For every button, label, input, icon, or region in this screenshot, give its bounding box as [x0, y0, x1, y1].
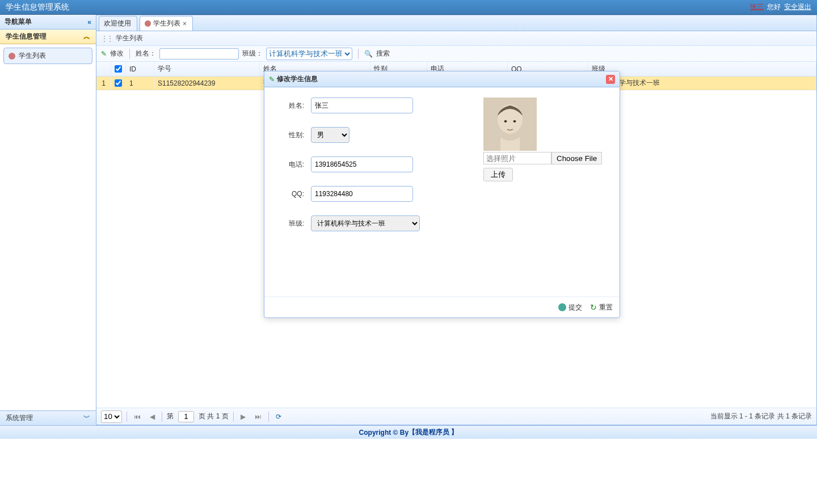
choose-file-button[interactable]: Choose File: [551, 152, 602, 164]
filter-class-label: 班级：: [242, 49, 263, 58]
filter-name-label: 姓名：: [136, 49, 156, 58]
filter-class-select[interactable]: 计算机科学与技术一班: [266, 48, 352, 60]
cell-checkbox: [111, 77, 126, 90]
collapse-sidebar-icon[interactable]: «: [87, 18, 91, 26]
sex-select[interactable]: 男: [311, 127, 349, 143]
tab-welcome[interactable]: 欢迎使用: [99, 16, 137, 31]
upload-button[interactable]: 上传: [483, 168, 513, 181]
app-header: 学生信息管理系统 张三 您好 安全退出: [0, 0, 817, 15]
cell-class: 计算机科学与技术一班: [588, 77, 816, 90]
refresh-icon[interactable]: ⟳: [273, 413, 284, 421]
user-icon: [145, 20, 151, 27]
sidebar-header: 导航菜单 «: [0, 15, 96, 29]
col-id-header[interactable]: ID: [126, 62, 154, 76]
name-label: 姓名:: [276, 101, 304, 111]
tab-label: 学生列表: [153, 19, 180, 28]
user-area: 张三 您好 安全退出: [750, 2, 811, 12]
dialog-body: 姓名: 性别: 男 电话: QQ:: [264, 87, 620, 297]
user-icon: [558, 303, 566, 311]
nav-body: 学生列表: [0, 44, 96, 410]
accordion-system-mgmt[interactable]: 系统管理 ︾: [0, 410, 96, 425]
chevron-down-icon: ︾: [83, 413, 90, 423]
content: 欢迎使用 学生列表 × 学生列表 ✎ 修改 姓名： 班级： 计算机科学与技术一班…: [96, 15, 817, 425]
pencil-icon: ✎: [269, 75, 275, 83]
first-page-icon[interactable]: ⏮: [132, 413, 143, 421]
greeting-text: 您好: [767, 2, 781, 12]
accordion-student-info[interactable]: 学生信息管理 ︽: [0, 29, 96, 44]
edit-student-dialog: ✎ 修改学生信息 ✕ 姓名: 性别: 男: [264, 71, 620, 318]
dialog-footer: 提交 ↻ 重置: [264, 297, 620, 317]
photo-path-input[interactable]: [483, 152, 551, 164]
page-prefix: 第: [167, 412, 174, 421]
form-column: 姓名: 性别: 男 电话: QQ:: [276, 98, 461, 291]
dialog-header[interactable]: ✎ 修改学生信息 ✕: [264, 71, 620, 87]
cell-rownum: 1: [96, 77, 111, 90]
sidebar-item-student-list[interactable]: 学生列表: [3, 48, 92, 64]
separator: [268, 412, 269, 422]
name-input[interactable]: [311, 98, 413, 113]
tel-label: 电话:: [276, 160, 304, 170]
cell-id: 1: [126, 77, 154, 90]
separator: [162, 412, 162, 422]
separator: [129, 49, 130, 59]
cell-sno: S11528202944239: [154, 77, 260, 90]
user-name-link[interactable]: 张三: [750, 2, 764, 12]
prev-page-icon[interactable]: ◀: [148, 413, 157, 421]
accordion-label: 学生信息管理: [6, 32, 47, 41]
page-suffix: 页 共 1 页: [199, 412, 229, 421]
pencil-icon: ✎: [101, 50, 107, 58]
row-checkbox[interactable]: [115, 79, 122, 87]
search-icon: 🔍: [364, 50, 373, 58]
panel-title: 学生列表: [116, 33, 143, 43]
page-size-select[interactable]: 10: [101, 410, 122, 423]
col-checkbox: [111, 62, 126, 76]
close-dialog-icon[interactable]: ✕: [606, 75, 615, 84]
svg-point-2: [504, 120, 507, 122]
search-button[interactable]: 搜索: [376, 49, 390, 58]
reset-button[interactable]: ↻ 重置: [590, 303, 613, 312]
separator: [233, 412, 234, 422]
avatar: [483, 98, 537, 151]
close-tab-icon[interactable]: ×: [183, 20, 187, 28]
last-page-icon[interactable]: ⏭: [252, 413, 264, 421]
class-select[interactable]: 计算机科学与技术一班: [311, 215, 420, 231]
tab-label: 欢迎使用: [104, 19, 131, 28]
qq-input[interactable]: [311, 186, 413, 202]
copyright-text: Copyright © By: [359, 429, 409, 437]
app-title: 学生信息管理系统: [6, 2, 750, 12]
chevron-up-icon: ︽: [83, 32, 90, 41]
select-all-checkbox[interactable]: [115, 65, 122, 73]
user-icon: [9, 53, 15, 60]
next-page-icon[interactable]: ▶: [238, 413, 248, 421]
sidebar: 导航菜单 « 学生信息管理 ︽ 学生列表 系统管理 ︾: [0, 15, 96, 425]
col-rownum: [96, 62, 111, 76]
edit-button[interactable]: 修改: [110, 49, 124, 58]
sidebar-title: 导航菜单: [5, 17, 32, 27]
data-grid: ID 学号 姓名 性别 电话 QQ 班级 1 1 S11528202944239…: [96, 62, 816, 408]
separator: [358, 49, 359, 59]
author-link[interactable]: 【我是程序员 】: [408, 427, 458, 437]
sex-label: 性别:: [276, 130, 304, 140]
tab-bar: 欢迎使用 学生列表 ×: [96, 15, 816, 31]
footer: Copyright © By 【我是程序员 】: [0, 425, 817, 439]
tel-input[interactable]: [311, 156, 413, 172]
class-label: 班级:: [276, 219, 304, 228]
toolbar: ✎ 修改 姓名： 班级： 计算机科学与技术一班 🔍 搜索: [96, 46, 816, 62]
refresh-icon: ↻: [590, 303, 597, 312]
reset-label: 重置: [599, 303, 613, 312]
col-sno-header[interactable]: 学号: [154, 62, 260, 76]
page-input[interactable]: [178, 411, 194, 422]
sidebar-item-label: 学生列表: [19, 51, 46, 61]
submit-label: 提交: [568, 303, 582, 312]
accordion-label: 系统管理: [6, 413, 33, 423]
col-class-header[interactable]: 班级: [588, 62, 816, 76]
submit-button[interactable]: 提交: [558, 303, 582, 312]
filter-name-input[interactable]: [159, 48, 239, 60]
logout-link[interactable]: 安全退出: [784, 2, 811, 12]
panel-header: 学生列表: [96, 31, 816, 46]
separator: [127, 412, 127, 422]
pager: 10 ⏮ ◀ 第 页 共 1 页 ▶ ⏭ ⟳ 当前显示 1 - 1 条记录 共 …: [96, 408, 816, 425]
svg-point-3: [513, 120, 516, 122]
tab-student-list[interactable]: 学生列表 ×: [140, 16, 193, 31]
dialog-title: 修改学生信息: [277, 74, 606, 84]
